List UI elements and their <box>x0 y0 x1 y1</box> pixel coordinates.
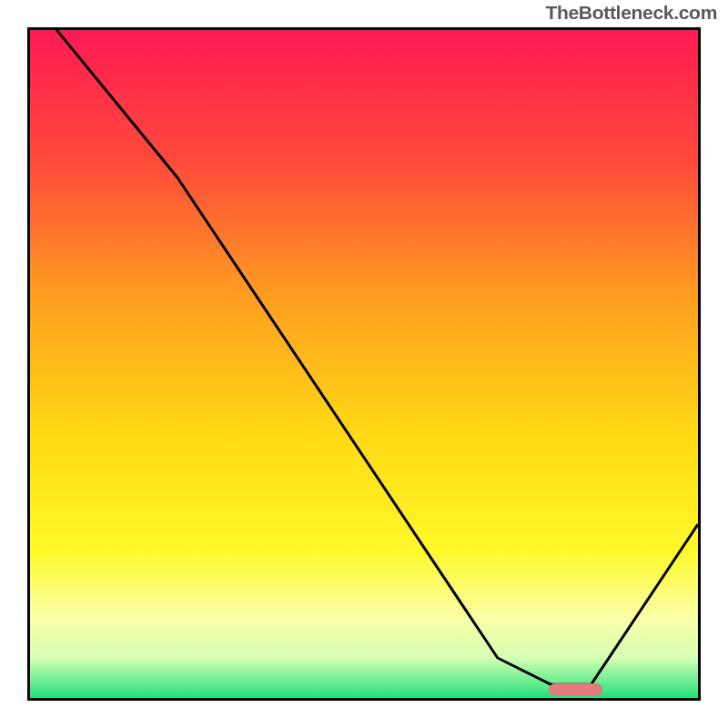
watermark-text: TheBottleneck.com <box>545 2 717 24</box>
plot-area <box>27 27 701 701</box>
optimal-range-marker <box>549 683 602 696</box>
bottleneck-curve <box>30 30 698 698</box>
